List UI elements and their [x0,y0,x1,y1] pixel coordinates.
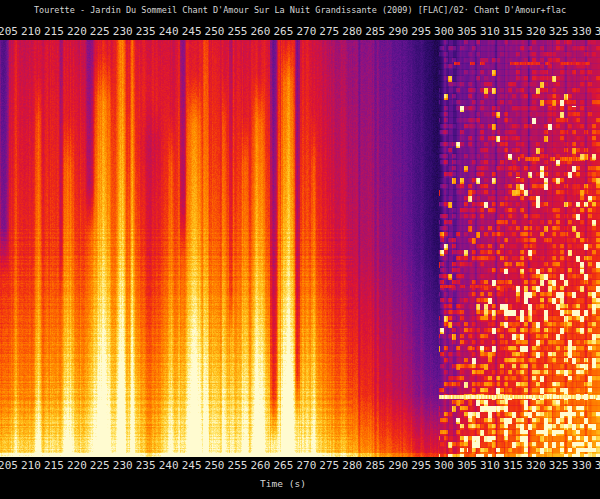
x-tick-label: 260 [251,25,271,38]
x-tick-label: 335 [595,459,600,472]
spectrogram-image [0,40,600,457]
x-tick-label: 325 [549,25,569,38]
x-tick-label: 325 [549,459,569,472]
x-tick-label: 245 [182,459,202,472]
x-tick-label: 295 [411,459,431,472]
x-tick-label: 315 [503,25,523,38]
x-tick-label: 240 [159,25,179,38]
x-tick-label: 235 [136,459,156,472]
x-tick-label: 250 [205,459,225,472]
x-tick-label: 230 [113,459,133,472]
window-title: Tourette - Jardin Du Sommeil Chant D'Amo… [0,5,600,15]
x-axis-bottom: 2052102152202252302352402452502552602652… [0,459,600,473]
x-tick-label: 335 [595,25,600,38]
x-tick-label: 330 [572,459,592,472]
x-tick-label: 250 [205,25,225,38]
x-tick-label: 270 [296,459,316,472]
x-tick-label: 305 [457,25,477,38]
x-tick-label: 255 [228,25,248,38]
x-tick-label: 265 [273,459,293,472]
x-tick-label: 290 [388,25,408,38]
x-tick-label: 240 [159,459,179,472]
x-tick-label: 310 [480,25,500,38]
x-tick-label: 315 [503,459,523,472]
x-axis-label: Time (s) [260,478,306,489]
x-tick-label: 225 [90,25,110,38]
x-tick-label: 220 [67,25,87,38]
x-tick-label: 225 [90,459,110,472]
x-tick-label: 215 [44,459,64,472]
x-tick-label: 270 [296,25,316,38]
spectrogram-viewer: Tourette - Jardin Du Sommeil Chant D'Amo… [0,0,600,499]
x-tick-label: 285 [365,25,385,38]
x-tick-label: 275 [319,459,339,472]
x-tick-label: 255 [228,459,248,472]
x-tick-label: 220 [67,459,87,472]
x-tick-label: 285 [365,459,385,472]
x-tick-label: 320 [526,25,546,38]
x-tick-label: 260 [251,459,271,472]
x-tick-label: 215 [44,25,64,38]
x-tick-label: 205 [0,459,18,472]
x-tick-label: 235 [136,25,156,38]
x-tick-label: 210 [21,25,41,38]
x-tick-label: 245 [182,25,202,38]
x-tick-label: 300 [434,459,454,472]
x-tick-label: 310 [480,459,500,472]
x-tick-label: 295 [411,25,431,38]
x-tick-label: 320 [526,459,546,472]
x-tick-label: 330 [572,25,592,38]
x-tick-label: 300 [434,25,454,38]
x-tick-label: 305 [457,459,477,472]
x-tick-label: 275 [319,25,339,38]
x-tick-label: 265 [273,25,293,38]
x-tick-label: 205 [0,25,18,38]
x-axis-top: 2052102152202252302352402452502552602652… [0,25,600,39]
x-tick-label: 290 [388,459,408,472]
x-tick-label: 280 [342,25,362,38]
x-tick-label: 280 [342,459,362,472]
x-tick-label: 230 [113,25,133,38]
x-tick-label: 210 [21,459,41,472]
